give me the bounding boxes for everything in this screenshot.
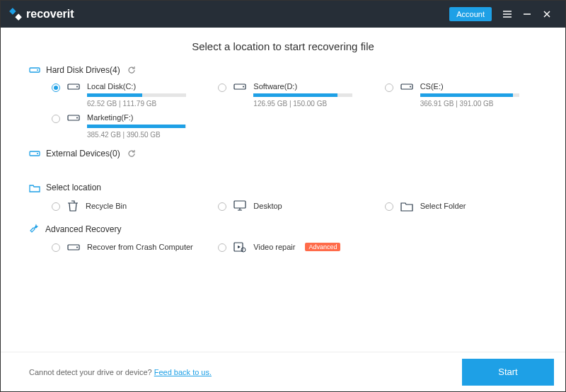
advanced-video-repair[interactable]: Video repair Advanced: [218, 241, 370, 253]
radio-button[interactable]: [52, 115, 60, 123]
advanced-label: Recover from Crash Computer: [87, 243, 193, 251]
usage-bar: [253, 93, 352, 97]
section-ext-label: External Devices(0): [46, 149, 120, 158]
svg-rect-1: [15, 13, 22, 21]
radio-button[interactable]: [52, 243, 60, 252]
svg-point-16: [76, 247, 78, 248]
footer-text: Cannot detect your drive or device? Feed…: [29, 368, 212, 376]
advanced-grid: Recover from Crash Computer Video repair…: [29, 241, 537, 253]
usage-bar: [87, 93, 186, 97]
drive-item-f[interactable]: Marketing(F:) 385.42 GB | 390.50 GB: [52, 113, 204, 139]
drive-size: 366.91 GB | 391.00 GB: [420, 100, 537, 108]
recycle-bin-icon: [67, 200, 79, 212]
menu-icon[interactable]: [497, 4, 517, 24]
start-button[interactable]: Start: [462, 359, 554, 386]
drive-icon: [233, 81, 246, 91]
drive-size: 385.42 GB | 390.50 GB: [87, 131, 204, 139]
advanced-badge: Advanced: [305, 243, 340, 251]
refresh-icon[interactable]: [127, 66, 136, 74]
section-adv-label: Advanced Recovery: [45, 224, 121, 234]
drive-icon: [29, 66, 40, 74]
radio-button[interactable]: [385, 202, 393, 211]
drive-grid: Local Disk(C:) 62.52 GB | 111.79 GB Soft…: [29, 82, 537, 139]
app-logo: recoverit: [9, 8, 74, 21]
footer: Cannot detect your drive or device? Feed…: [1, 352, 565, 391]
drive-name: Marketing(F:): [87, 113, 204, 122]
titlebar: recoverit Account: [1, 1, 565, 28]
app-window: recoverit Account Select a location to s…: [0, 0, 566, 392]
section-loc-header: Select location: [29, 183, 537, 192]
svg-point-18: [241, 248, 246, 252]
section-ext-header: External Devices(0): [29, 149, 537, 158]
usage-bar: [87, 125, 186, 128]
radio-button[interactable]: [385, 83, 393, 92]
drive-icon: [67, 242, 80, 252]
radio-button[interactable]: [218, 83, 226, 92]
location-select-folder[interactable]: Select Folder: [385, 200, 537, 212]
drive-icon: [29, 149, 40, 158]
usage-bar: [420, 93, 519, 97]
folder-icon: [400, 201, 413, 212]
video-repair-icon: [233, 241, 246, 253]
radio-button[interactable]: [218, 243, 226, 252]
drive-icon: [400, 81, 413, 91]
content-area: Select a location to start recovering fi…: [1, 28, 565, 352]
drive-name: CS(E:): [420, 82, 537, 91]
radio-button[interactable]: [52, 83, 60, 92]
svg-point-9: [410, 86, 411, 88]
section-hdd-header: Hard Disk Drives(4): [29, 65, 537, 75]
page-title: Select a location to start recovering fi…: [29, 40, 537, 52]
svg-point-3: [37, 69, 38, 71]
wrench-icon: [29, 224, 40, 234]
radio-button[interactable]: [218, 202, 226, 211]
minimize-button[interactable]: [517, 4, 537, 24]
location-label: Recycle Bin: [86, 202, 127, 210]
svg-rect-14: [234, 201, 246, 208]
location-label: Select Folder: [420, 202, 466, 210]
logo-icon: [9, 8, 22, 21]
svg-point-7: [243, 86, 244, 88]
location-grid: Recycle Bin Desktop Select Folder: [29, 200, 537, 212]
drive-icon: [67, 113, 80, 122]
folder-icon: [29, 183, 40, 192]
desktop-icon: [233, 200, 246, 212]
location-desktop[interactable]: Desktop: [218, 200, 370, 212]
location-label: Desktop: [253, 202, 282, 210]
svg-point-11: [76, 117, 78, 119]
section-hdd-label: Hard Disk Drives(4): [46, 65, 120, 75]
location-recycle-bin[interactable]: Recycle Bin: [52, 200, 204, 212]
svg-rect-0: [9, 8, 16, 15]
advanced-label: Video repair: [253, 243, 295, 251]
drive-icon: [67, 81, 80, 91]
svg-point-13: [37, 153, 38, 154]
advanced-crash-recover[interactable]: Recover from Crash Computer: [52, 241, 204, 253]
drive-size: 126.95 GB | 150.00 GB: [253, 100, 370, 108]
drive-item-e[interactable]: CS(E:) 366.91 GB | 391.00 GB: [385, 82, 537, 108]
drive-size: 62.52 GB | 111.79 GB: [87, 100, 204, 108]
account-button[interactable]: Account: [449, 7, 492, 21]
svg-point-5: [76, 86, 78, 88]
drive-name: Local Disk(C:): [87, 82, 204, 91]
drive-item-d[interactable]: Software(D:) 126.95 GB | 150.00 GB: [218, 82, 370, 108]
refresh-icon[interactable]: [127, 149, 136, 158]
radio-button[interactable]: [52, 202, 60, 211]
feedback-link[interactable]: Feed back to us.: [154, 368, 212, 376]
ext-empty: [29, 166, 537, 183]
app-name: recoverit: [26, 8, 74, 21]
section-loc-label: Select location: [46, 183, 101, 192]
section-adv-header: Advanced Recovery: [29, 224, 537, 234]
drive-name: Software(D:): [253, 82, 370, 91]
close-button[interactable]: [537, 4, 557, 24]
drive-item-c[interactable]: Local Disk(C:) 62.52 GB | 111.79 GB: [52, 82, 204, 108]
